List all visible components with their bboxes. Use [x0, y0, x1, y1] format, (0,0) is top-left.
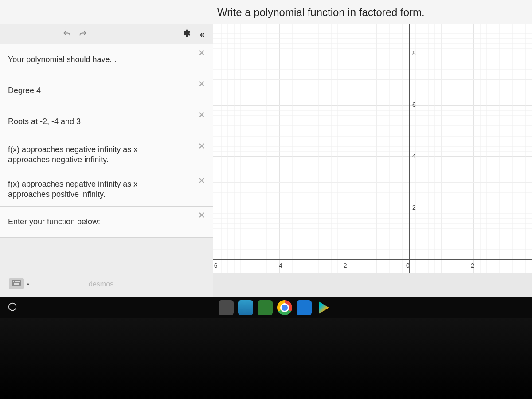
keyboard-toggle-button[interactable] [9, 278, 24, 289]
y-tick-label: 2 [412, 204, 416, 211]
desk-surface [0, 318, 532, 399]
taskbar-apps [219, 300, 331, 315]
x-axis [213, 259, 532, 260]
x-tick-label: 2 [471, 262, 474, 269]
expression-text: Degree 4 [8, 86, 41, 96]
keyboard-icon [12, 280, 21, 288]
taskbar-app-generic[interactable] [219, 300, 234, 315]
gear-icon [182, 29, 191, 39]
sidebar-toolbar: « [0, 24, 213, 44]
circle-icon [8, 302, 17, 313]
svg-rect-3 [16, 281, 18, 282]
expression-row[interactable]: f(x) approaches negative infinity as x a… [0, 137, 213, 172]
svg-rect-4 [18, 281, 20, 282]
settings-button[interactable] [180, 28, 193, 40]
expression-row[interactable]: Your polynomial should have... [0, 44, 213, 75]
delete-row-button[interactable] [197, 111, 207, 121]
svg-rect-2 [15, 281, 16, 282]
taskbar-app-blue[interactable] [297, 300, 312, 315]
brand-label: desmos [89, 280, 113, 288]
y-tick-label: 6 [412, 101, 416, 108]
taskbar-app-green[interactable] [258, 300, 273, 315]
graph-canvas[interactable]: -6-4-2022468 [213, 24, 532, 273]
x-tick-label: -6 [212, 262, 217, 269]
x-tick-label: 0 [406, 262, 410, 269]
y-tick-label: 4 [412, 153, 416, 160]
close-icon [198, 49, 205, 58]
svg-point-6 [9, 303, 16, 311]
expression-sidebar: « Your polynomial should have... Degree … [0, 24, 213, 297]
delete-row-button[interactable] [197, 176, 207, 186]
title-bar: Write a polynomial function in factored … [0, 0, 532, 24]
expression-row[interactable]: Roots at -2, -4 and 3 [0, 106, 213, 137]
expression-text: Your polynomial should have... [8, 55, 117, 65]
x-tick-label: -2 [341, 262, 347, 269]
expression-row[interactable]: Degree 4 [0, 75, 213, 106]
taskbar-app-play[interactable] [316, 300, 331, 315]
y-tick-label: 8 [412, 50, 416, 57]
expression-text: f(x) approaches negative infinity as x a… [8, 145, 176, 164]
delete-row-button[interactable] [197, 49, 207, 59]
y-axis [409, 24, 410, 273]
page-title: Write a polynomial function in factored … [217, 6, 425, 19]
svg-rect-1 [13, 281, 14, 282]
expression-text: Enter your function below: [8, 217, 100, 227]
app-window: Write a polynomial function in factored … [0, 0, 532, 297]
expression-row[interactable]: f(x) approaches negative infinity as x a… [0, 172, 213, 207]
delete-row-button[interactable] [197, 80, 207, 90]
close-icon [198, 142, 205, 151]
close-icon [198, 111, 205, 120]
undo-button[interactable] [61, 28, 73, 40]
expression-row[interactable]: Enter your function below: [0, 207, 213, 238]
taskbar-app-chrome[interactable] [277, 300, 292, 315]
launcher-button[interactable] [4, 300, 20, 316]
chevron-left-double-icon: « [200, 29, 205, 39]
redo-button[interactable] [77, 28, 89, 40]
delete-row-button[interactable] [197, 142, 207, 152]
x-tick-label: -4 [277, 262, 282, 269]
close-icon [198, 80, 205, 89]
expression-text: f(x) approaches negative infinity as x a… [8, 179, 176, 199]
close-icon [198, 177, 205, 186]
collapse-sidebar-button[interactable]: « [196, 28, 208, 40]
taskbar-app-files[interactable] [238, 300, 253, 315]
expression-text: Roots at -2, -4 and 3 [8, 117, 81, 127]
os-taskbar [0, 297, 532, 318]
close-icon [198, 211, 205, 220]
svg-rect-5 [14, 283, 19, 285]
delete-row-button[interactable] [197, 211, 207, 221]
